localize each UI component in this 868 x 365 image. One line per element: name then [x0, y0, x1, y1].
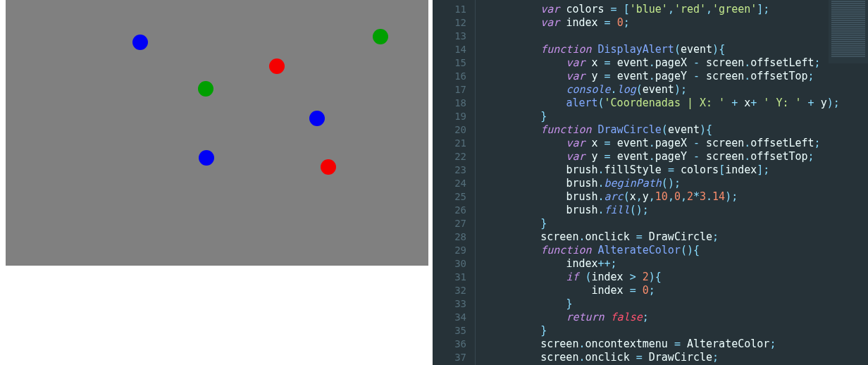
line-number: 23: [433, 163, 475, 177]
line-number: 12: [433, 16, 475, 30]
code-line[interactable]: var colors = ['blue','red','green'];: [490, 3, 868, 16]
line-number: 16: [433, 70, 475, 83]
line-number: 36: [433, 338, 475, 351]
line-number: 27: [433, 217, 475, 230]
line-number: 20: [433, 123, 475, 137]
canvas-dot-blue: [132, 35, 148, 50]
code-line[interactable]: screen.oncontextmenu = AlterateColor;: [490, 338, 868, 351]
code-line[interactable]: function AlterateColor(){: [490, 244, 868, 257]
canvas-dot-red: [269, 58, 285, 74]
code-line[interactable]: }: [490, 217, 868, 230]
line-number: 25: [433, 190, 475, 204]
code-line[interactable]: console.log(event);: [490, 83, 868, 97]
line-number: 17: [433, 83, 475, 97]
code-line[interactable]: alert('Coordenadas | X: ' + x+ ' Y: ' + …: [490, 97, 868, 110]
line-number: 28: [433, 230, 475, 244]
code-editor[interactable]: 1112131415161718192021222324252627282930…: [433, 0, 868, 365]
code-line[interactable]: var x = event.pageX - screen.offsetLeft;: [490, 137, 868, 150]
code-line[interactable]: return false;: [490, 311, 868, 324]
canvas-dot-green: [373, 29, 388, 44]
line-number: 30: [433, 257, 475, 271]
line-number: 19: [433, 110, 475, 123]
line-number: 22: [433, 150, 475, 163]
line-number: 34: [433, 311, 475, 324]
line-number: 14: [433, 43, 475, 56]
line-number: 24: [433, 177, 475, 190]
code-line[interactable]: }: [490, 110, 868, 123]
canvas-dot-blue: [309, 111, 325, 126]
code-line[interactable]: brush.arc(x,y,10,0,2*3.14);: [490, 190, 868, 204]
code-line[interactable]: }: [490, 324, 868, 338]
code-line[interactable]: index = 0;: [490, 284, 868, 297]
line-number: 37: [433, 351, 475, 364]
line-number: 32: [433, 284, 475, 297]
code-line[interactable]: var index = 0;: [490, 16, 868, 30]
code-line[interactable]: brush.beginPath();: [490, 177, 868, 190]
code-line[interactable]: var x = event.pageX - screen.offsetLeft;: [490, 56, 868, 70]
line-number: 29: [433, 244, 475, 257]
code-line[interactable]: index++;: [490, 257, 868, 271]
code-line[interactable]: [490, 30, 868, 43]
canvas-dot-green: [198, 81, 213, 97]
code-line[interactable]: brush.fill();: [490, 204, 868, 217]
code-line[interactable]: var y = event.pageY - screen.offsetTop;: [490, 150, 868, 163]
line-number: 13: [433, 30, 475, 43]
preview-pane: [0, 0, 433, 365]
line-number: 21: [433, 137, 475, 150]
code-line[interactable]: screen.onclick = DrawCircle;: [490, 230, 868, 244]
code-line[interactable]: function DrawCircle(event){: [490, 123, 868, 137]
line-number: 35: [433, 324, 475, 338]
line-number: 11: [433, 3, 475, 16]
canvas-dot-blue: [199, 150, 214, 166]
line-number: 33: [433, 297, 475, 311]
canvas-dot-red: [321, 159, 336, 175]
code-line[interactable]: var y = event.pageY - screen.offsetTop;: [490, 70, 868, 83]
code-line[interactable]: }: [490, 297, 868, 311]
line-number: 31: [433, 271, 475, 284]
minimap[interactable]: [829, 0, 868, 63]
code-line[interactable]: brush.fillStyle = colors[index];: [490, 163, 868, 177]
code-line[interactable]: function DisplayAlert(event){: [490, 43, 868, 56]
code-line[interactable]: if (index > 2){: [490, 271, 868, 284]
code-area[interactable]: var colors = ['blue','red','green']; var…: [475, 0, 868, 365]
line-number: 26: [433, 204, 475, 217]
canvas-area[interactable]: [6, 0, 428, 266]
line-number: 15: [433, 56, 475, 70]
line-number: 18: [433, 97, 475, 110]
line-number-gutter: 1112131415161718192021222324252627282930…: [433, 0, 475, 365]
app-root: 1112131415161718192021222324252627282930…: [0, 0, 868, 365]
code-line[interactable]: screen.onclick = DrawCircle;: [490, 351, 868, 364]
